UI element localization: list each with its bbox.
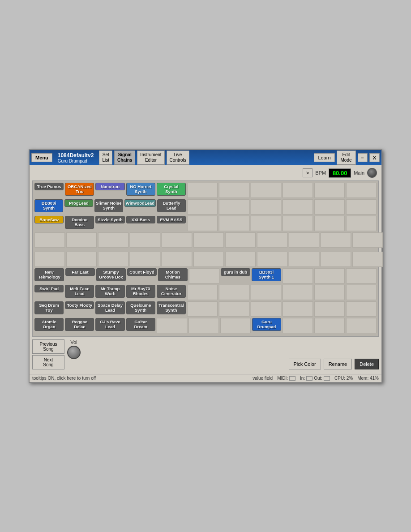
rename-button[interactable]: Rename	[324, 359, 352, 369]
instrument-btn-6-0[interactable]: Swirl Pad	[34, 285, 64, 292]
empty-cell-1-7	[251, 199, 281, 215]
instrument-btn-8-0[interactable]: Atomic Organ	[34, 318, 64, 331]
menu-button[interactable]: Menu	[31, 153, 52, 162]
instrument-btn-5-4[interactable]: Motion Chimes	[158, 268, 188, 281]
tab-live-controls[interactable]: LiveControls	[167, 150, 189, 165]
tooltip-message[interactable]: tooltips ON, click here to turn off	[32, 376, 248, 381]
instrument-btn-1-2[interactable]: Slimer Noise Synth	[94, 199, 123, 212]
empty-cell-1-6	[219, 199, 249, 215]
instrument-btn-6-3[interactable]: Mr Ray73 Rhodes	[126, 285, 155, 298]
instrument-btn-6-4[interactable]: Noise Generator	[157, 285, 186, 298]
instrument-btn-2-4[interactable]: EVM BASS	[157, 216, 186, 223]
instrument-btn-0-1[interactable]: ORGANized Trio	[65, 183, 94, 196]
instrument-btn-2-2[interactable]: Sizzle Synth	[95, 216, 124, 223]
main-label: Main	[354, 170, 364, 176]
edit-mode-button[interactable]: EditMode	[337, 150, 356, 165]
empty-cell-0-6	[219, 183, 249, 198]
empty-cell-1-10	[346, 199, 377, 215]
empty-cell-4-10	[352, 252, 383, 267]
empty-cell-4-7	[257, 252, 287, 267]
instrument-btn-6-2[interactable]: Mr Tramp Wurli	[95, 285, 124, 298]
instrument-btn-2-1[interactable]: Domino Bass	[65, 216, 94, 229]
empty-cell-3-7	[257, 232, 287, 248]
empty-cell-2-10	[346, 216, 377, 231]
status-bar: tooltips ON, click here to turn off valu…	[30, 374, 381, 382]
bpm-arrow-button[interactable]: >	[303, 168, 313, 177]
instrument-btn-7-3[interactable]: Quelxume Synth	[126, 301, 155, 314]
instrument-btn-7-1[interactable]: Tooty Flooty	[65, 301, 94, 309]
instrument-btn-1-4[interactable]: Butterfly Lead	[157, 199, 186, 212]
out-label: Out:	[314, 376, 322, 381]
empty-cell-6-10	[346, 285, 377, 300]
instrument-btn-0-2[interactable]: Nanotron	[95, 183, 124, 190]
app-title-block: 1084Defaultv2 Guru Drumpad	[58, 152, 94, 163]
empty-cell-6-5	[187, 285, 218, 300]
main-knob[interactable]	[367, 168, 377, 178]
vol-knob[interactable]	[67, 346, 81, 359]
empty-cell-6-6	[219, 285, 249, 300]
instrument-btn-7-0[interactable]: Seq Drum Toy	[34, 301, 64, 314]
tab-set-list[interactable]: SetList	[99, 150, 112, 165]
previous-song-button[interactable]: PreviousSong	[32, 339, 64, 354]
empty-cell-8-4	[157, 318, 187, 333]
song-buttons: PreviousSong NextSong	[32, 339, 64, 369]
empty-cell-5-5	[189, 268, 219, 283]
vol-section: Vol	[67, 339, 81, 359]
empty-cell-3-2	[98, 232, 128, 248]
minimize-button[interactable]: –	[358, 153, 368, 162]
empty-cell-0-5	[187, 183, 218, 198]
mem-label: Mem: 41%	[357, 376, 379, 381]
empty-cell-3-10	[352, 232, 383, 248]
grid-row-2: BoneSawDomino BassSizzle SynthXXLBassEVM…	[34, 216, 377, 231]
pick-color-button[interactable]: Pick Color	[289, 359, 321, 369]
tab-instrument-editor[interactable]: InstrumentEditor	[137, 150, 164, 165]
instrument-btn-5-1[interactable]: Far East	[65, 268, 95, 276]
learn-button[interactable]: Learn	[314, 153, 334, 162]
empty-cell-7-9	[314, 301, 345, 317]
instrument-btn-8-1[interactable]: Reggae Delae	[65, 318, 94, 331]
instrument-btn-5-6[interactable]: guru in dub	[221, 268, 250, 276]
delete-button[interactable]: Delete	[355, 359, 379, 369]
bottom-controls: PreviousSong NextSong Vol Pick Color Ren…	[32, 339, 379, 369]
empty-cell-3-6	[225, 232, 256, 248]
empty-cell-4-3	[130, 252, 160, 267]
instrument-btn-0-4[interactable]: Crystal Synth	[157, 183, 186, 196]
empty-cell-3-1	[66, 232, 97, 248]
empty-cell-4-5	[193, 252, 224, 267]
in-bar	[306, 376, 313, 381]
empty-cell-0-8	[283, 183, 313, 198]
close-button[interactable]: X	[369, 153, 380, 162]
instrument-btn-1-3[interactable]: WinwoodLead	[124, 199, 156, 207]
content-area: > BPM 80.00 Main True PianosORGANized Tr…	[30, 165, 381, 374]
instrument-btn-5-7[interactable]: BB303i Synth 1	[252, 268, 281, 281]
empty-cell-1-9	[314, 199, 345, 215]
empty-cell-7-7	[251, 301, 281, 317]
next-song-button[interactable]: NextSong	[32, 355, 64, 369]
instrument-btn-8-7[interactable]: Guru Drumpad	[252, 318, 281, 331]
title-bar: Menu 1084Defaultv2 Guru Drumpad SetList …	[30, 150, 381, 165]
vol-label: Vol	[70, 339, 77, 345]
instrument-btn-5-3[interactable]: Count Floyd	[127, 268, 157, 276]
instrument-btn-2-0[interactable]: BoneSaw	[34, 216, 64, 223]
empty-cell-4-4	[162, 252, 192, 267]
instrument-btn-7-2[interactable]: Space Delay Lead	[95, 301, 124, 314]
instrument-btn-8-2[interactable]: CJ's Rave Lead	[95, 318, 124, 331]
bpm-row: > BPM 80.00 Main	[32, 168, 379, 178]
bpm-value: 80.00	[329, 168, 351, 178]
empty-cell-6-9	[314, 285, 345, 300]
instrument-btn-2-3[interactable]: XXLBass	[126, 216, 155, 223]
instrument-btn-8-3[interactable]: Guitar Dream	[126, 318, 155, 331]
instrument-btn-0-0[interactable]: True Pianos	[34, 183, 64, 190]
instrument-btn-1-0[interactable]: BB303i Synth	[34, 199, 63, 212]
instrument-btn-6-1[interactable]: Melt Face Lead	[65, 285, 94, 298]
empty-cell-7-10	[346, 301, 377, 317]
empty-cell-2-9	[314, 216, 345, 231]
instrument-btn-0-3[interactable]: NO Hornet Synth	[126, 183, 155, 196]
instrument-btn-1-1[interactable]: ProgLead	[64, 199, 93, 207]
instrument-btn-5-2[interactable]: Stumpy Groove Box	[96, 268, 126, 281]
tab-signal-chains[interactable]: SignalChains	[114, 150, 135, 165]
empty-cell-6-8	[283, 285, 313, 300]
empty-cell-4-0	[34, 252, 65, 267]
instrument-btn-7-4[interactable]: Transcentral Synth	[157, 301, 186, 314]
instrument-btn-5-0[interactable]: New Tekmology	[34, 268, 64, 281]
